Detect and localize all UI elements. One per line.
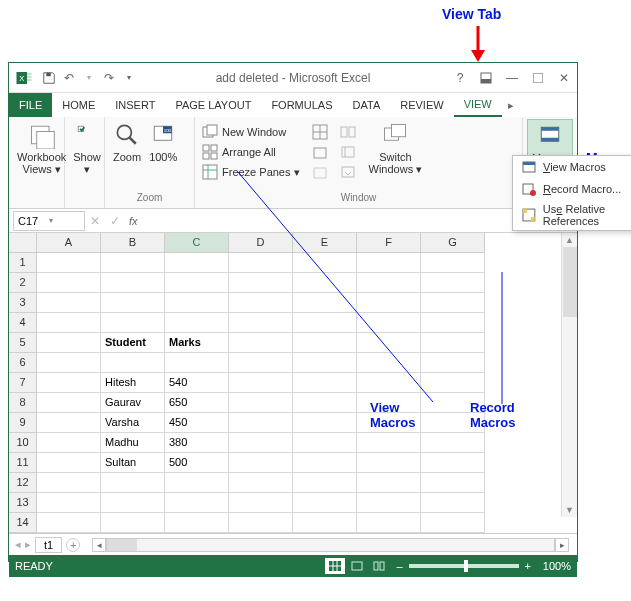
cell[interactable] (37, 413, 101, 433)
row-head[interactable]: 14 (9, 513, 37, 533)
cell[interactable] (165, 313, 229, 333)
menu-relative-refs[interactable]: Use Relative References (513, 200, 631, 230)
qat-redo-icon[interactable]: ↷ (99, 68, 119, 88)
cell[interactable] (37, 493, 101, 513)
cell[interactable] (357, 473, 421, 493)
cell-b10[interactable]: Madhu (101, 433, 165, 453)
qat-customize-icon[interactable]: ▾ (119, 68, 139, 88)
cell[interactable] (101, 493, 165, 513)
cell-b7[interactable]: Hitesh (101, 373, 165, 393)
sheet-nav-next-icon[interactable]: ▸ (25, 538, 31, 551)
row-head[interactable]: 1 (9, 253, 37, 273)
cell[interactable] (101, 513, 165, 533)
tab-overflow-icon[interactable]: ▸ (502, 93, 520, 117)
hide-button[interactable] (309, 143, 331, 161)
zoom-slider[interactable] (409, 564, 519, 568)
cell[interactable] (229, 413, 293, 433)
cell[interactable] (101, 473, 165, 493)
cell[interactable] (229, 513, 293, 533)
col-head-b[interactable]: B (101, 233, 165, 253)
sheet-tab[interactable]: t1 (35, 537, 62, 553)
cell[interactable] (229, 453, 293, 473)
cell[interactable] (101, 353, 165, 373)
col-head-a[interactable]: A (37, 233, 101, 253)
qat-undo-icon[interactable]: ↶ (59, 68, 79, 88)
cell[interactable] (37, 253, 101, 273)
close-icon[interactable]: ✕ (551, 68, 577, 88)
cell-c7[interactable]: 540 (165, 373, 229, 393)
cell-b9[interactable]: Varsha (101, 413, 165, 433)
tab-home[interactable]: HOME (52, 93, 105, 117)
cell[interactable] (293, 493, 357, 513)
row-head[interactable]: 11 (9, 453, 37, 473)
cell[interactable] (293, 433, 357, 453)
cell[interactable] (293, 413, 357, 433)
row-head[interactable]: 10 (9, 433, 37, 453)
tab-page-layout[interactable]: PAGE LAYOUT (165, 93, 261, 117)
tab-file[interactable]: FILE (9, 93, 52, 117)
horizontal-scrollbar[interactable]: ◂ ▸ (92, 538, 569, 552)
row-head[interactable]: 3 (9, 293, 37, 313)
cell-b5[interactable]: Student (101, 333, 165, 353)
row-head[interactable]: 2 (9, 273, 37, 293)
cell[interactable] (357, 493, 421, 513)
cell[interactable] (101, 273, 165, 293)
vertical-scrollbar[interactable]: ▲ ▼ (561, 233, 577, 517)
fx-icon[interactable]: fx (129, 215, 138, 227)
scroll-down-icon[interactable]: ▼ (562, 503, 577, 517)
sheet-nav-prev-icon[interactable]: ◂ (15, 538, 21, 551)
cell[interactable] (165, 493, 229, 513)
cell[interactable] (165, 273, 229, 293)
row-head[interactable]: 5 (9, 333, 37, 353)
cell[interactable] (101, 313, 165, 333)
maximize-icon[interactable] (525, 68, 551, 88)
row-head[interactable]: 12 (9, 473, 37, 493)
cell[interactable] (37, 473, 101, 493)
cell[interactable] (37, 333, 101, 353)
tab-data[interactable]: DATA (343, 93, 391, 117)
cell[interactable] (421, 493, 485, 513)
cell[interactable] (37, 433, 101, 453)
workbook-views-button[interactable]: Workbook Views ▾ (13, 119, 70, 177)
select-all-corner[interactable] (9, 233, 37, 253)
cell[interactable] (165, 253, 229, 273)
name-box[interactable]: C17 ▾ (13, 211, 85, 231)
scroll-up-icon[interactable]: ▲ (562, 233, 577, 247)
accept-formula-icon[interactable]: ✓ (105, 211, 125, 231)
cell[interactable] (37, 353, 101, 373)
cell-c5[interactable]: Marks (165, 333, 229, 353)
qat-save-icon[interactable] (39, 68, 59, 88)
cell[interactable] (357, 513, 421, 533)
row-head[interactable]: 6 (9, 353, 37, 373)
vscroll-thumb[interactable] (563, 247, 577, 317)
cell-b11[interactable]: Sultan (101, 453, 165, 473)
tab-review[interactable]: REVIEW (390, 93, 453, 117)
row-head[interactable]: 8 (9, 393, 37, 413)
tab-insert[interactable]: INSERT (105, 93, 165, 117)
cell[interactable] (165, 293, 229, 313)
row-head[interactable]: 4 (9, 313, 37, 333)
switch-windows-button[interactable]: Switch Windows ▾ (365, 119, 427, 177)
cell[interactable] (37, 273, 101, 293)
cell[interactable] (165, 353, 229, 373)
qat-undo-more-icon[interactable]: ▾ (79, 68, 99, 88)
cell[interactable] (357, 453, 421, 473)
cell[interactable] (37, 393, 101, 413)
zoom-100-button[interactable]: 100 100% (145, 119, 181, 165)
cell[interactable] (357, 433, 421, 453)
cell[interactable] (421, 513, 485, 533)
ribbon-options-icon[interactable] (473, 68, 499, 88)
cell[interactable] (37, 293, 101, 313)
cell[interactable] (37, 513, 101, 533)
view-normal-icon[interactable] (325, 558, 345, 574)
cell-c8[interactable]: 650 (165, 393, 229, 413)
menu-record-macro[interactable]: Record Macro... (513, 178, 631, 200)
minimize-icon[interactable]: — (499, 68, 525, 88)
row-head[interactable]: 9 (9, 413, 37, 433)
show-button[interactable]: Show ▾ (69, 119, 105, 177)
cell-b8[interactable]: Gaurav (101, 393, 165, 413)
cell[interactable] (229, 473, 293, 493)
sync-scroll-button[interactable] (337, 143, 359, 161)
cell[interactable] (421, 473, 485, 493)
zoom-button[interactable]: Zoom (109, 119, 145, 165)
